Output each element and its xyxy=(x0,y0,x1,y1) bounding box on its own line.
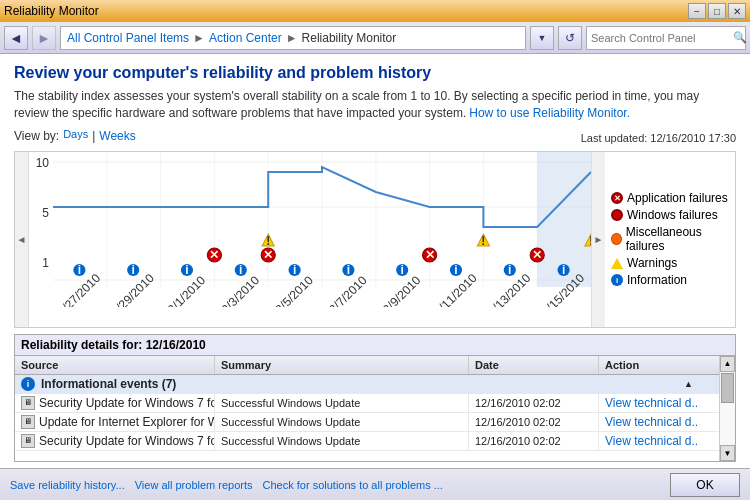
col-action: Action xyxy=(599,356,699,374)
svg-text:!: ! xyxy=(266,234,270,248)
svg-text:12/11/2010: 12/11/2010 xyxy=(427,270,480,306)
breadcrumb-mid[interactable]: Action Center xyxy=(209,31,282,45)
group-expand-icon[interactable]: ▲ xyxy=(684,379,693,389)
svg-text:12/7/2010: 12/7/2010 xyxy=(321,273,369,307)
table-header: Source Summary Date Action xyxy=(15,356,719,375)
svg-text:i: i xyxy=(78,263,81,277)
chart-legend: ✕ Application failures Windows failures … xyxy=(605,152,735,327)
table-group-header[interactable]: i Informational events (7) ▲ xyxy=(15,375,719,394)
col-source: Source xyxy=(15,356,215,374)
svg-text:12/3/2010: 12/3/2010 xyxy=(214,273,262,307)
breadcrumb: All Control Panel Items ► Action Center … xyxy=(60,26,526,50)
svg-text:✕: ✕ xyxy=(263,248,273,262)
view-days-link[interactable]: Days xyxy=(63,128,88,140)
dropdown-button[interactable]: ▼ xyxy=(530,26,554,50)
svg-text:i: i xyxy=(132,263,135,277)
check-solutions-link[interactable]: Check for solutions to all problems ... xyxy=(263,479,443,491)
svg-text:✕: ✕ xyxy=(425,248,435,262)
svg-text:12/1/2010: 12/1/2010 xyxy=(160,273,208,307)
svg-text:!: ! xyxy=(589,234,591,248)
legend-information: i Information xyxy=(611,273,729,287)
row-icon: 🖥 xyxy=(21,396,35,410)
view-link[interactable]: View technical d... xyxy=(605,396,699,410)
table-row: 🖥 Update for Internet Explorer for Wi...… xyxy=(15,413,719,432)
breadcrumb-current: Reliability Monitor xyxy=(302,31,397,45)
svg-text:✕: ✕ xyxy=(209,248,219,262)
search-icon: 🔍 xyxy=(733,31,747,44)
details-section: Reliability details for: 12/16/2010 Sour… xyxy=(14,334,736,462)
row-icon: 🖥 xyxy=(21,434,35,448)
table-row: 🖥 Security Update for Windows 7 for... S… xyxy=(15,394,719,413)
col-date: Date xyxy=(469,356,599,374)
refresh-button[interactable]: ↺ xyxy=(558,26,582,50)
chart-area[interactable]: ✕ ✕ ✕ ✕ ! ! ! xyxy=(53,152,591,327)
table-body: i Informational events (7) ▲ 🖥 Security … xyxy=(15,375,719,461)
svg-text:12/5/2010: 12/5/2010 xyxy=(268,273,316,307)
address-bar: ◄ ► All Control Panel Items ► Action Cen… xyxy=(0,22,750,54)
details-title: Reliability details for: 12/16/2010 xyxy=(14,334,736,355)
scroll-up-button[interactable]: ▲ xyxy=(720,356,735,372)
row-icon: 🖥 xyxy=(21,415,35,429)
table-scrollbar: ▲ ▼ xyxy=(719,356,735,461)
bottom-bar: Save reliability history... View all pro… xyxy=(0,468,750,500)
svg-text:i: i xyxy=(508,263,511,277)
scroll-thumb[interactable] xyxy=(721,373,734,403)
ok-button[interactable]: OK xyxy=(670,473,740,497)
close-button[interactable]: ✕ xyxy=(728,3,746,19)
table-row: 🖥 Security Update for Windows 7 for... S… xyxy=(15,432,719,451)
svg-text:i: i xyxy=(239,263,242,277)
page-title: Review your computer's reliability and p… xyxy=(14,64,736,82)
legend-win-failures: Windows failures xyxy=(611,208,729,222)
view-by: View by: Days | Weeks xyxy=(14,128,136,144)
chart-prev-button[interactable]: ◄ xyxy=(15,152,29,327)
svg-text:12/13/2010: 12/13/2010 xyxy=(480,270,533,306)
main-content: Review your computer's reliability and p… xyxy=(0,54,750,468)
col-summary: Summary xyxy=(215,356,469,374)
help-link[interactable]: How to use Reliability Monitor. xyxy=(469,106,630,120)
svg-text:!: ! xyxy=(481,234,485,248)
svg-text:12/9/2010: 12/9/2010 xyxy=(375,273,423,307)
search-input[interactable] xyxy=(591,32,729,44)
legend-warnings: Warnings xyxy=(611,256,729,270)
chart-y-axis: 10 5 1 xyxy=(29,152,53,327)
svg-text:✕: ✕ xyxy=(532,248,542,262)
group-header-label: Informational events (7) xyxy=(41,377,176,391)
svg-text:i: i xyxy=(185,263,188,277)
scroll-track xyxy=(720,372,735,445)
last-updated: Last updated: 12/16/2010 17:30 xyxy=(581,132,736,144)
svg-text:i: i xyxy=(562,263,565,277)
chart-next-button[interactable]: ► xyxy=(591,152,605,327)
breadcrumb-root[interactable]: All Control Panel Items xyxy=(67,31,189,45)
minimize-button[interactable]: − xyxy=(688,3,706,19)
description: The stability index assesses your system… xyxy=(14,88,736,122)
svg-text:i: i xyxy=(293,263,296,277)
save-reliability-link[interactable]: Save reliability history... xyxy=(10,479,125,491)
bottom-links: Save reliability history... View all pro… xyxy=(10,479,443,491)
title-bar-title: Reliability Monitor xyxy=(4,4,99,18)
view-link[interactable]: View technical d... xyxy=(605,434,699,448)
maximize-button[interactable]: □ xyxy=(708,3,726,19)
search-bar: 🔍 xyxy=(586,26,746,50)
legend-app-failures: ✕ Application failures xyxy=(611,191,729,205)
forward-button[interactable]: ► xyxy=(32,26,56,50)
svg-text:i: i xyxy=(347,263,350,277)
chart-container: ◄ 10 5 1 xyxy=(14,151,736,328)
title-bar-buttons: − □ ✕ xyxy=(688,3,746,19)
view-weeks-link[interactable]: Weeks xyxy=(99,129,135,143)
svg-text:11/29/2010: 11/29/2010 xyxy=(104,270,157,306)
svg-text:i: i xyxy=(401,263,404,277)
view-problem-reports-link[interactable]: View all problem reports xyxy=(135,479,253,491)
breadcrumb-sep1: ► xyxy=(193,31,205,45)
scroll-down-button[interactable]: ▼ xyxy=(720,445,735,461)
title-bar: Reliability Monitor − □ ✕ xyxy=(0,0,750,22)
breadcrumb-sep2: ► xyxy=(286,31,298,45)
svg-text:i: i xyxy=(454,263,457,277)
back-button[interactable]: ◄ xyxy=(4,26,28,50)
view-link[interactable]: View technical d... xyxy=(605,415,699,429)
legend-misc-failures: Miscellaneous failures xyxy=(611,225,729,253)
group-info-icon: i xyxy=(21,377,35,391)
